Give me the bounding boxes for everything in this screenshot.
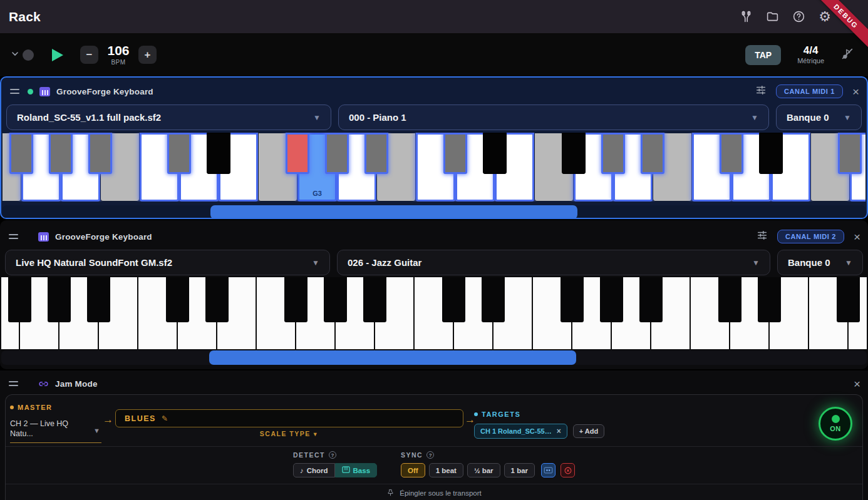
sync-option-1-bar[interactable]: 1 bar xyxy=(504,463,535,477)
chevron-down-icon: ▼ xyxy=(312,258,319,267)
piano-key-G#3[interactable] xyxy=(325,133,349,174)
sync-help-icon[interactable]: ? xyxy=(426,451,434,459)
sync-option-½-bar[interactable]: ½ bar xyxy=(467,463,500,477)
program-select[interactable]: 026 - Jazz Guitar ▼ xyxy=(337,250,770,275)
close-module-icon[interactable]: × xyxy=(854,231,860,243)
master-section: MASTER CH 2 — Live HQ Natu... ▼ xyxy=(10,404,101,443)
piano-key-A#4[interactable] xyxy=(641,133,664,174)
piano-key-C#4[interactable] xyxy=(442,277,465,322)
keyboard-panel-button[interactable] xyxy=(541,463,555,477)
drag-handle[interactable] xyxy=(10,89,19,94)
piano-key-F#3[interactable] xyxy=(286,133,309,174)
piano-key-F#4[interactable] xyxy=(561,277,584,322)
mixer-settings-icon[interactable] xyxy=(755,84,767,98)
meter-display[interactable]: 4/4 Métrique xyxy=(797,45,824,65)
active-note-label: G3 xyxy=(299,190,335,197)
midi-channel-badge[interactable]: CANAL MIDI 1 xyxy=(776,84,843,98)
meter-label: Métrique xyxy=(797,57,824,64)
rack-app: Rack ⚙ DEBUG − 106 BPM + xyxy=(0,0,868,500)
master-label: MASTER xyxy=(10,404,101,411)
piano-key-A#4[interactable] xyxy=(639,277,663,322)
piano-key-A#3[interactable] xyxy=(363,277,386,322)
drag-handle[interactable] xyxy=(9,234,18,239)
piano-key-D#4[interactable] xyxy=(482,277,505,322)
detect-label: DETECT ? xyxy=(293,451,377,459)
edit-pencil-icon[interactable]: ✎ xyxy=(162,414,168,423)
scale-type-select[interactable]: SCALE TYPE▼ xyxy=(115,430,463,437)
bpm-increase-button[interactable]: + xyxy=(138,46,157,64)
transport-collapse-chevron-icon[interactable] xyxy=(10,49,20,61)
piano-key-F#5[interactable] xyxy=(838,133,862,174)
close-module-icon[interactable]: × xyxy=(852,86,859,98)
folder-icon[interactable] xyxy=(765,10,779,24)
target-chip[interactable]: CH 1 Roland_SC-55… × xyxy=(474,424,567,439)
scrollbar-thumb[interactable] xyxy=(209,350,576,365)
settings-gear-icon[interactable]: ⚙ xyxy=(818,10,832,24)
module-keyboard-1: GrooveForge Keyboard CANAL MIDI 1 × Rola… xyxy=(0,76,868,219)
piano-key-F#2[interactable] xyxy=(8,277,31,322)
piano-key-D#4[interactable] xyxy=(483,133,507,174)
soundfont-value: Live HQ Natural SoundFont GM.sf2 xyxy=(16,257,172,268)
jam-on-toggle[interactable]: ON xyxy=(819,407,852,441)
chevron-down-icon: ▼ xyxy=(313,113,321,122)
scale-input[interactable]: BLUES ✎ xyxy=(115,409,463,427)
piano-key-G#4[interactable] xyxy=(600,277,623,322)
record-button[interactable] xyxy=(23,49,34,61)
sync-option-1-beat[interactable]: 1 beat xyxy=(429,463,463,477)
piano-key-G#4[interactable] xyxy=(601,133,625,174)
piano-key-C#5[interactable] xyxy=(718,277,741,322)
midi-channel-badge[interactable]: CANAL MIDI 2 xyxy=(777,230,844,243)
sync-option-off[interactable]: Off xyxy=(401,463,425,477)
soundfont-select[interactable]: Roland_SC-55_v1.1 full pack.sf2 ▼ xyxy=(6,105,331,130)
detect-bass-button[interactable]: Bass xyxy=(335,463,378,477)
piano-key-D#5[interactable] xyxy=(758,277,781,322)
transport-bar: − 106 BPM + TAP 4/4 Métrique xyxy=(0,33,868,76)
keyboard-scrollbar[interactable] xyxy=(3,205,865,219)
piano-key-G#2[interactable] xyxy=(48,277,71,322)
scrollbar-thumb[interactable] xyxy=(210,205,577,219)
detect-chord-button[interactable]: ♪ Chord xyxy=(293,463,335,477)
metronome-mute-icon[interactable] xyxy=(840,47,854,63)
piano-key-A#3[interactable] xyxy=(364,133,388,174)
piano-key-C#3[interactable] xyxy=(166,277,189,322)
master-channel-select[interactable]: CH 2 — Live HQ Natu... ▼ xyxy=(10,417,101,443)
piano-key-G#3[interactable] xyxy=(324,277,347,322)
piano-key-C#5[interactable] xyxy=(720,133,743,174)
piano-key-F#2[interactable] xyxy=(9,133,33,174)
piano-key-A#2[interactable] xyxy=(87,277,110,322)
piano-key-D#5[interactable] xyxy=(759,133,783,174)
program-select[interactable]: 000 - Piano 1 ▼ xyxy=(338,105,769,130)
header-icons: ⚙ xyxy=(739,10,859,24)
piano-key-F#5[interactable] xyxy=(837,277,860,322)
bank-select[interactable]: Banque 0 ▼ xyxy=(776,105,862,130)
remove-target-icon[interactable]: × xyxy=(557,427,561,436)
soundfont-select[interactable]: Live HQ Natural SoundFont GM.sf2 ▼ xyxy=(5,250,330,275)
bank-select[interactable]: Banque 0 ▼ xyxy=(777,250,863,275)
piano-key-C#3[interactable] xyxy=(167,133,191,174)
detect-help-icon[interactable]: ? xyxy=(329,451,336,459)
piano-key-F#4[interactable] xyxy=(562,133,586,174)
help-icon[interactable] xyxy=(792,10,805,24)
piano-key-D#3[interactable] xyxy=(205,277,229,322)
tap-tempo-button[interactable]: TAP xyxy=(745,45,781,65)
piano-key-A#2[interactable] xyxy=(88,133,112,174)
on-indicator-dot xyxy=(832,415,840,423)
close-module-icon[interactable]: × xyxy=(854,378,860,390)
pin-under-transport-button[interactable]: Épingler sous le transport xyxy=(6,489,862,497)
piano-key-G#2[interactable] xyxy=(49,133,73,174)
program-value: 000 - Piano 1 xyxy=(349,112,406,123)
jam-link-icon xyxy=(38,379,49,389)
detect-mode-segment: ♪ Chord Bass xyxy=(293,463,377,477)
play-button[interactable] xyxy=(51,48,64,62)
piano-key-D#3[interactable] xyxy=(207,133,230,174)
bpm-decrease-button[interactable]: − xyxy=(80,46,98,64)
midi-cable-icon[interactable] xyxy=(739,10,753,24)
keyboard-scrollbar[interactable] xyxy=(1,350,867,365)
piano-key-C#4[interactable] xyxy=(443,133,467,174)
drag-handle[interactable] xyxy=(9,381,18,386)
chevron-down-icon: ▼ xyxy=(93,426,100,435)
mixer-settings-icon[interactable] xyxy=(757,230,768,243)
piano-key-F#3[interactable] xyxy=(284,277,307,322)
add-target-button[interactable]: + Add xyxy=(573,424,604,438)
panic-stop-button[interactable] xyxy=(561,463,575,477)
